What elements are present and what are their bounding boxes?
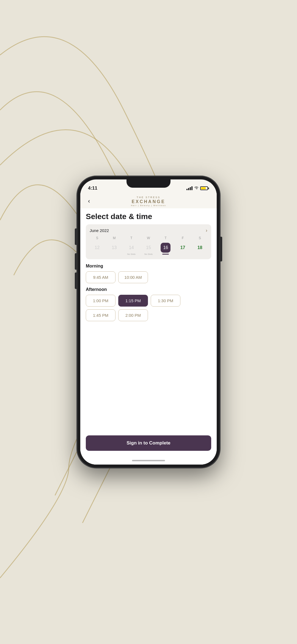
phone-screen: 4:11 bbox=[80, 179, 217, 465]
selected-indicator bbox=[162, 254, 169, 255]
calendar-date-15[interactable]: 15 No Slots bbox=[140, 242, 157, 256]
calendar-date-12[interactable]: 12 bbox=[89, 242, 106, 256]
afternoon-time-grid: 1:00 PM 1:15 PM 1:30 PM 1:45 PM 2:00 PM bbox=[86, 295, 211, 321]
calendar-date-13[interactable]: 13 bbox=[106, 242, 123, 256]
calendar-date-16[interactable]: 16 bbox=[157, 242, 174, 256]
time-slot-200pm[interactable]: 2:00 PM bbox=[118, 309, 148, 321]
wifi-icon bbox=[194, 186, 199, 190]
calendar-header: June 2022 › bbox=[89, 228, 208, 233]
brand-main-text: EXCHANGE bbox=[131, 199, 166, 204]
calendar-date-17[interactable]: 17 bbox=[174, 242, 191, 256]
app-content: ‹ THE STRESS EXCHANGE Hair | Beauty | We… bbox=[80, 193, 217, 465]
date-num-17: 17 bbox=[178, 243, 188, 253]
home-bar bbox=[132, 460, 165, 461]
day-header-w: W bbox=[140, 236, 157, 240]
signal-bars-icon bbox=[186, 186, 193, 190]
time-slot-115pm[interactable]: 1:15 PM bbox=[118, 295, 148, 307]
notch bbox=[127, 179, 170, 188]
no-slots-15: No Slots bbox=[144, 253, 153, 255]
date-num-13: 13 bbox=[109, 243, 119, 253]
day-header-s2: S bbox=[191, 236, 208, 240]
back-button[interactable]: ‹ bbox=[86, 197, 92, 206]
brand-sub-text: Hair | Beauty | Wellness bbox=[131, 204, 166, 207]
home-indicator bbox=[80, 456, 217, 465]
time-slot-945am[interactable]: 9:45 AM bbox=[86, 271, 116, 283]
calendar-date-14[interactable]: 14 No Slots bbox=[123, 242, 140, 256]
status-icons bbox=[186, 186, 209, 190]
day-header-f: F bbox=[174, 236, 191, 240]
time-slot-100pm[interactable]: 1:00 PM bbox=[86, 295, 116, 307]
calendar-month-label: June 2022 bbox=[90, 228, 109, 233]
calendar-date-18[interactable]: 18 bbox=[191, 242, 208, 256]
morning-section: Morning 9:45 AM 10:00 AM bbox=[86, 264, 211, 283]
status-bar: 4:11 bbox=[80, 179, 217, 193]
date-num-12: 12 bbox=[92, 243, 102, 253]
page-title: Select date & time bbox=[86, 212, 211, 221]
brand-top-text: THE STRESS bbox=[131, 196, 166, 199]
day-header-s1: S bbox=[89, 236, 106, 240]
scroll-area[interactable]: Select date & time June 2022 › S M T W T… bbox=[80, 208, 217, 432]
bottom-cta: Sign in to Complete bbox=[80, 432, 217, 456]
app-header: ‹ THE STRESS EXCHANGE Hair | Beauty | We… bbox=[80, 193, 217, 208]
day-header-t1: T bbox=[123, 236, 140, 240]
phone-shell: 4:11 bbox=[77, 176, 220, 468]
afternoon-section: Afternoon 1:00 PM 1:15 PM 1:30 PM 1:45 P… bbox=[86, 287, 211, 321]
morning-label: Morning bbox=[86, 264, 211, 269]
day-header-m: M bbox=[106, 236, 123, 240]
calendar-next-icon[interactable]: › bbox=[206, 228, 207, 233]
time-slot-145pm[interactable]: 1:45 PM bbox=[86, 309, 116, 321]
calendar: June 2022 › S M T W T F S bbox=[86, 224, 211, 259]
date-num-15: 15 bbox=[144, 243, 153, 253]
date-num-18: 18 bbox=[195, 243, 205, 253]
morning-time-grid: 9:45 AM 10:00 AM bbox=[86, 271, 211, 283]
afternoon-label: Afternoon bbox=[86, 287, 211, 292]
time-slot-1000am[interactable]: 10:00 AM bbox=[118, 271, 148, 283]
no-slots-14: No Slots bbox=[127, 253, 136, 255]
calendar-dates: 12 13 14 No Slots 15 bbox=[89, 242, 208, 256]
sign-in-button[interactable]: Sign in to Complete bbox=[86, 435, 211, 451]
calendar-day-headers: S M T W T F S bbox=[89, 236, 208, 240]
status-time: 4:11 bbox=[88, 185, 97, 191]
date-num-16: 16 bbox=[161, 243, 170, 253]
day-header-t2: T bbox=[157, 236, 174, 240]
spacer bbox=[86, 325, 211, 342]
battery-icon bbox=[200, 186, 209, 190]
time-slot-130pm[interactable]: 1:30 PM bbox=[151, 295, 180, 307]
date-num-14: 14 bbox=[127, 243, 136, 253]
brand-logo: THE STRESS EXCHANGE Hair | Beauty | Well… bbox=[131, 196, 166, 207]
